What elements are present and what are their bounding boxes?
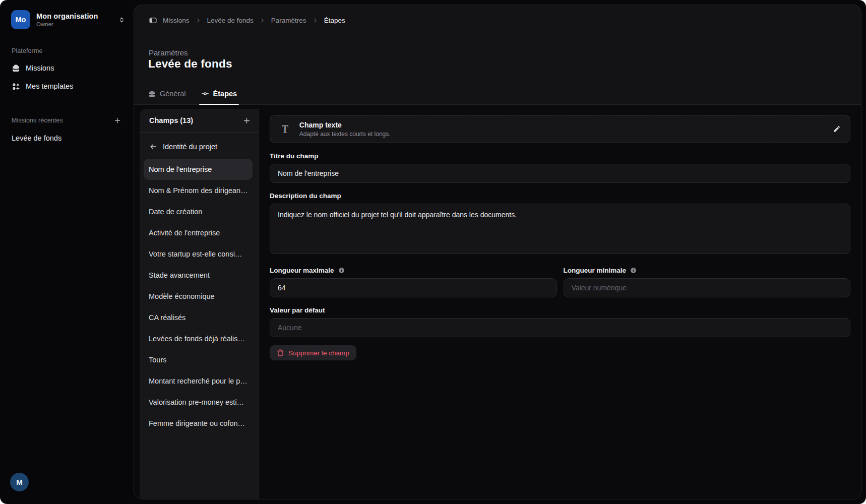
- tab-general[interactable]: Général: [148, 90, 186, 104]
- max-length-group: Longueur maximale: [270, 267, 557, 297]
- description-field-textarea[interactable]: Indiquez le nom officiel du projet tel q…: [270, 204, 850, 254]
- tab-label: Étapes: [213, 90, 237, 98]
- max-length-input[interactable]: [270, 278, 557, 297]
- breadcrumb-item[interactable]: Missions: [163, 17, 190, 24]
- field-type-meta: Champ texte Adapté aux textes courts et …: [299, 121, 391, 138]
- sidebar-item-recent-mission[interactable]: Levée de fonds: [0, 131, 134, 146]
- fields-panel-header: Champs (13): [140, 109, 259, 133]
- text-type-icon: T: [282, 123, 288, 136]
- sidebar-item-missions[interactable]: Missions: [0, 59, 134, 77]
- field-list: Nom de l'entrepriseNom & Prénom des diri…: [140, 159, 259, 434]
- org-switcher[interactable]: Mo Mon organisation Owner: [0, 0, 134, 29]
- min-length-label: Longueur minimale: [564, 267, 627, 274]
- description-field-label: Description du champ: [270, 192, 850, 200]
- field-list-item[interactable]: Stade avancement: [144, 265, 253, 286]
- page-title: Levée de fonds: [148, 57, 232, 71]
- min-length-group: Longueur minimale: [564, 267, 851, 297]
- field-type-subtitle: Adapté aux textes courts et longs.: [299, 131, 391, 138]
- field-list-item[interactable]: Nom de l'entreprise: [144, 159, 253, 180]
- field-list-item[interactable]: Modèle économique: [144, 286, 253, 307]
- chevron-right-icon: [195, 17, 202, 24]
- breadcrumb-item[interactable]: Levée de fonds: [207, 17, 254, 24]
- default-value-label: Valeur par défaut: [270, 306, 850, 314]
- edit-pencil-icon[interactable]: [833, 125, 841, 133]
- user-avatar[interactable]: M: [10, 473, 29, 491]
- sidebar-item-label: Mes templates: [26, 82, 73, 90]
- title-field-label: Titre du champ: [270, 152, 850, 160]
- breadcrumb-item[interactable]: Paramètres: [271, 17, 306, 24]
- field-list-item[interactable]: Valorisation pre-money esti…: [144, 392, 253, 413]
- app-window: Mo Mon organisation Owner Plateforme Mis…: [0, 0, 866, 504]
- breadcrumb: Missions Levée de fonds Paramètres Étape…: [149, 16, 345, 25]
- step-title: Identité du projet: [163, 143, 217, 151]
- description-field-group: Description du champ Indiquez le nom off…: [270, 192, 850, 256]
- workspace: Champs (13) Identité du projet Nom de l'…: [134, 105, 861, 499]
- page-header: Missions Levée de fonds Paramètres Étape…: [134, 5, 861, 105]
- min-length-label-row: Longueur minimale: [564, 267, 851, 274]
- recent-mission-label: Levée de fonds: [12, 134, 61, 142]
- field-list-item[interactable]: Votre startup est-elle consi…: [144, 243, 253, 265]
- delete-field-label: Supprimer le champ: [288, 349, 349, 357]
- field-list-item[interactable]: Femme dirigeante ou cofon…: [144, 413, 253, 434]
- add-mission-button[interactable]: [113, 116, 121, 124]
- breadcrumb-current: Étapes: [324, 17, 345, 24]
- panel-left-toggle-icon[interactable]: [149, 16, 157, 25]
- sidebar-item-label: Missions: [26, 64, 54, 72]
- briefcase-icon: [12, 64, 20, 73]
- org-role: Owner: [36, 21, 112, 27]
- org-avatar: Mo: [11, 10, 30, 29]
- default-value-group: Valeur par défaut: [270, 306, 850, 337]
- sidebar-item-templates[interactable]: Mes templates: [0, 77, 134, 95]
- org-name: Mon organisation: [36, 12, 112, 20]
- step-back-button[interactable]: Identité du projet: [149, 143, 259, 151]
- info-icon: [338, 267, 345, 274]
- chevron-right-icon: [259, 17, 266, 24]
- length-fields-row: Longueur maximale Longueur minimale: [270, 267, 850, 297]
- field-list-item[interactable]: Nom & Prénom des dirigean…: [144, 180, 253, 201]
- max-length-label: Longueur maximale: [270, 267, 334, 274]
- field-type-card: T Champ texte Adapté aux textes courts e…: [270, 115, 850, 143]
- page-eyebrow: Paramètres: [149, 48, 188, 57]
- tab-bar: Général Étapes: [148, 90, 237, 104]
- title-field-group: Titre du champ: [270, 152, 850, 183]
- sidebar-nav: Missions Mes templates: [0, 59, 134, 95]
- field-list-item[interactable]: Tours: [144, 349, 253, 370]
- field-list-item[interactable]: Activité de l'entreprise: [144, 222, 253, 243]
- tab-label: Général: [160, 90, 186, 98]
- org-meta: Mon organisation Owner: [36, 12, 112, 27]
- recents-header: Missions récentes: [0, 116, 134, 124]
- sidebar: Mo Mon organisation Owner Plateforme Mis…: [0, 0, 134, 504]
- title-field-input[interactable]: [270, 164, 850, 183]
- tab-etapes[interactable]: Étapes: [201, 90, 237, 104]
- route-steps-icon: [201, 90, 209, 98]
- shapes-icon: [12, 82, 20, 91]
- fields-panel: Champs (13) Identité du projet Nom de l'…: [140, 109, 259, 499]
- delete-field-button[interactable]: Supprimer le champ: [270, 345, 356, 360]
- recents-section-label: Missions récentes: [12, 117, 63, 124]
- trash-icon: [277, 349, 284, 356]
- add-field-button[interactable]: [242, 116, 251, 125]
- chevron-right-icon: [312, 17, 319, 24]
- max-length-label-row: Longueur maximale: [270, 267, 557, 274]
- field-list-item[interactable]: Montant recherché pour le p…: [144, 370, 253, 392]
- field-list-item[interactable]: Levées de fonds déjà réalis…: [144, 328, 253, 349]
- info-icon: [630, 267, 637, 274]
- field-list-item[interactable]: CA réalisés: [144, 307, 253, 328]
- field-list-item[interactable]: Date de création: [144, 201, 253, 222]
- field-type-title: Champ texte: [299, 121, 391, 129]
- chevrons-up-down-icon: [118, 16, 126, 24]
- min-length-input[interactable]: [564, 278, 851, 297]
- briefcase-icon: [148, 90, 156, 98]
- field-editor: T Champ texte Adapté aux textes courts e…: [260, 105, 861, 499]
- main-panel: Missions Levée de fonds Paramètres Étape…: [134, 5, 861, 499]
- platform-section-label: Plateforme: [0, 47, 134, 54]
- fields-count-title: Champs (13): [149, 116, 193, 124]
- arrow-left-icon: [149, 143, 157, 151]
- default-value-input[interactable]: [270, 318, 850, 337]
